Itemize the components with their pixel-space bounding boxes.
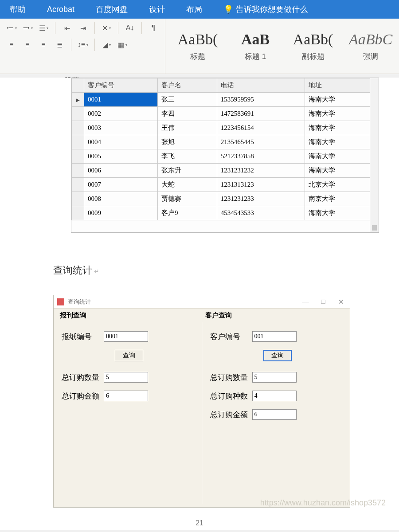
tell-me[interactable]: 💡告诉我你想要做什么 — [222, 0, 309, 18]
cell[interactable]: 0006 — [84, 164, 158, 178]
newspaper-id-input[interactable] — [104, 331, 148, 342]
style-item-heading[interactable]: AaBb( 标题 — [173, 31, 222, 62]
cell[interactable]: 1231231232 — [217, 164, 305, 178]
shading-button[interactable]: ◢ — [99, 38, 113, 51]
align-left-button[interactable]: ≡ — [4, 38, 19, 51]
row-header[interactable] — [72, 107, 84, 121]
cell[interactable]: 海南大学 — [305, 164, 378, 178]
tab-customer-query[interactable]: 客户查询 — [199, 309, 238, 322]
row-header[interactable] — [72, 178, 84, 192]
cell[interactable]: 张旭 — [158, 135, 217, 149]
col-header[interactable]: 地址 — [305, 78, 378, 93]
minimize-button[interactable]: — — [297, 298, 314, 306]
close-button[interactable]: ✕ — [332, 298, 350, 306]
style-item-heading1[interactable]: AaB 标题 1 — [231, 31, 280, 62]
right-search-button[interactable]: 查询 — [263, 350, 292, 361]
row-header[interactable] — [72, 206, 84, 220]
justify-button[interactable]: ≣ — [52, 38, 66, 51]
table-row[interactable]: 0006张东升1231231232海南大学 — [72, 164, 379, 178]
col-header[interactable]: 电话 — [217, 78, 305, 93]
table-row[interactable]: 0005李飞5212337858海南大学 — [72, 149, 379, 164]
r-total-kind-output[interactable] — [252, 391, 297, 401]
cell[interactable]: 1223456154 — [217, 121, 305, 135]
cell[interactable]: 北京大学 — [305, 178, 378, 192]
bullet-list-button[interactable]: ≔ — [4, 21, 19, 35]
asian-layout-button[interactable]: ✕ — [99, 21, 113, 35]
col-header[interactable]: 客户编号 — [84, 78, 158, 93]
table-row[interactable]: 0007大蛇1231313123北京大学 — [72, 178, 379, 192]
cell[interactable]: 4534543533 — [217, 206, 305, 220]
cell[interactable]: 1231313123 — [217, 178, 305, 192]
ribbon-tab[interactable]: 设计 — [147, 0, 167, 18]
row-header[interactable] — [72, 149, 84, 164]
decrease-indent-button[interactable]: ⇤ — [60, 21, 74, 35]
left-search-button[interactable]: 查询 — [115, 350, 143, 361]
cell[interactable]: 0004 — [84, 135, 158, 149]
cell[interactable]: 1535959595 — [217, 93, 305, 107]
cell[interactable]: 客户9 — [158, 206, 217, 220]
r-total-amount-output[interactable] — [252, 409, 297, 420]
cell[interactable]: 张东升 — [158, 164, 217, 178]
style-item-subtitle[interactable]: AaBb( 副标题 — [289, 31, 337, 62]
total-qty-output[interactable] — [104, 372, 148, 383]
borders-button[interactable]: ▦ — [115, 38, 129, 51]
table-row[interactable]: 0001张三1535959595海南大学 — [72, 93, 379, 107]
cell[interactable]: 南京大学 — [305, 192, 378, 206]
cell[interactable]: 1472583691 — [217, 107, 305, 121]
line-spacing-button[interactable]: ↕≡ — [76, 38, 90, 51]
cell[interactable]: 5212337858 — [217, 149, 305, 164]
align-center-button[interactable]: ≡ — [20, 38, 35, 51]
cell[interactable]: 海南大学 — [305, 149, 378, 164]
customer-id-input[interactable] — [252, 331, 297, 342]
col-header[interactable]: 客户名 — [158, 78, 217, 93]
cell[interactable]: 张三 — [158, 93, 217, 107]
ribbon-tab[interactable]: 布局 — [184, 0, 204, 18]
vertical-scrollbar[interactable] — [370, 78, 379, 232]
cell[interactable]: 海南大学 — [305, 107, 378, 121]
maximize-button[interactable]: □ — [314, 298, 332, 306]
increase-indent-button[interactable]: ⇥ — [76, 21, 90, 35]
row-header[interactable] — [72, 192, 84, 206]
show-marks-button[interactable]: ¶ — [146, 21, 160, 35]
cell[interactable]: 海南大学 — [305, 93, 378, 107]
cell[interactable]: 0002 — [84, 107, 158, 121]
table-row[interactable]: 0009客户94534543533海南大学 — [72, 206, 379, 220]
styles-gallery[interactable]: AaBb( 标题 AaB 标题 1 AaBb( 副标题 AaBbC 强调 — [165, 19, 399, 74]
cell[interactable]: 海南大学 — [305, 135, 378, 149]
tab-publication-query[interactable]: 报刊查询 — [54, 309, 93, 322]
row-header[interactable] — [72, 164, 84, 178]
sort-button[interactable]: A↓ — [123, 21, 137, 35]
cell[interactable]: 0005 — [84, 149, 158, 164]
numbered-list-button[interactable]: ≕ — [20, 21, 35, 35]
table-row[interactable]: 0002李四1472583691海南大学 — [72, 107, 379, 121]
table-row[interactable]: 0004张旭2135465445海南大学 — [72, 135, 379, 149]
style-item-emphasis[interactable]: AaBbC 强调 — [346, 31, 395, 62]
cell[interactable]: 海南大学 — [305, 206, 378, 220]
cell[interactable]: 0003 — [84, 121, 158, 135]
table-row[interactable]: 0003王伟1223456154海南大学 — [72, 121, 379, 135]
window-titlebar[interactable]: 查询统计 — □ ✕ — [54, 295, 350, 309]
ribbon-tab[interactable]: 帮助 — [8, 0, 27, 18]
cell[interactable]: 0007 — [84, 178, 158, 192]
row-header[interactable] — [72, 135, 84, 149]
align-right-button[interactable]: ≡ — [36, 38, 51, 51]
cell[interactable]: 0001 — [84, 93, 158, 107]
cell[interactable]: 0008 — [84, 192, 158, 206]
row-header[interactable] — [72, 93, 84, 107]
r-total-qty-output[interactable] — [252, 372, 297, 383]
cell[interactable]: 1231231233 — [217, 192, 305, 206]
cell[interactable]: 2135465445 — [217, 135, 305, 149]
ribbon-tab[interactable]: 百度网盘 — [94, 0, 129, 18]
table-row[interactable]: 0008贾德赛1231231233南京大学 — [72, 192, 379, 206]
total-amount-output[interactable] — [104, 391, 148, 401]
cell[interactable]: 海南大学 — [305, 121, 378, 135]
cell[interactable]: 李四 — [158, 107, 217, 121]
cell[interactable]: 贾德赛 — [158, 192, 217, 206]
customer-datagrid[interactable]: 客户编号 客户名 电话 地址 0001张三1535959595海南大学0002李… — [71, 78, 379, 233]
cell[interactable]: 王伟 — [158, 121, 217, 135]
cell[interactable]: 李飞 — [158, 149, 217, 164]
cell[interactable]: 大蛇 — [158, 178, 217, 192]
ribbon-tab[interactable]: Acrobat — [45, 1, 76, 18]
row-header[interactable] — [72, 121, 84, 135]
cell[interactable]: 0009 — [84, 206, 158, 220]
